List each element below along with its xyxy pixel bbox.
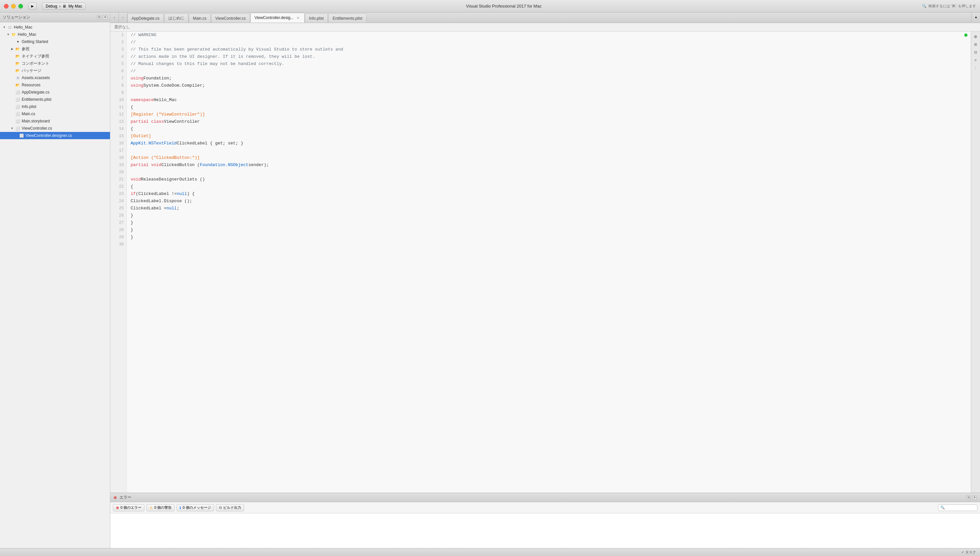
status-bar: ✓ タスク [0,548,980,556]
tab-viewcontroller-cs[interactable]: ViewController.cs [211,13,250,23]
bottom-resize-button[interactable]: ⊡ [966,495,971,500]
right-gutter-icon-3[interactable]: ⊟ [972,48,979,56]
search-bar[interactable]: 🔍 検索するには '⌘.' を押します [922,3,976,8]
code-line-7: using Foundation; [131,75,971,82]
tab-viewcontroller-designer[interactable]: ViewController.desig... ✕ [250,13,305,23]
tab-label: ViewController.cs [215,16,245,21]
tab-info-plist[interactable]: Info.plist [305,13,328,23]
play-button[interactable]: ▶ [28,3,37,10]
folder-icon: 📁 [11,32,16,37]
sidebar-resize-button[interactable]: ⊡ [97,15,102,20]
right-panel: ‹ › AppDelegate.cs はじめに Main.cs ViewCont… [110,13,980,556]
line-num-30: 30 [110,241,126,248]
sidebar-item-components[interactable]: 📂 コンポーネント [0,60,110,67]
sidebar-item-main-cs[interactable]: ⬜ Main.cs [0,110,110,118]
tab-appdelegate[interactable]: AppDelegate.cs [128,13,164,23]
bottom-panel: ⊗ エラー ⊡ ✕ ⊗ 0 個のエラー ⚠ 0 個の警告 ℹ 0 個の [110,493,980,556]
tab-entitlements-plist[interactable]: Entitlements.plist [328,13,366,23]
code-line-5: // Manual changes to this file may not b… [131,60,971,68]
sidebar-item-entitlements[interactable]: ⬜ Entitlements.plist [0,96,110,103]
build-btn-label: ビルド出力 [223,505,241,510]
sidebar-item-label: Main.cs [22,112,107,116]
sidebar-item-packages[interactable]: 📂 パッケージ [0,67,110,74]
plist-icon: ⬜ [15,105,20,109]
code-content[interactable]: // WARNING // // This file has been gene… [127,32,971,493]
sidebar-item-label: Hello_Mac [18,32,107,37]
sidebar-item-getting-started[interactable]: ✦ Getting Started [0,38,110,45]
selection-text: 選択なし [114,24,130,30]
right-gutter-icon-1[interactable]: ⊕ [972,33,979,40]
line-num-7: 7 [110,75,126,82]
build-icon: ⊟ [219,506,222,510]
cs-file-icon: ⬜ [15,90,20,95]
minimize-button[interactable] [11,4,16,8]
line-num-3: 3 [110,46,126,53]
sidebar-item-label: コンポーネント [22,61,107,66]
sidebar-item-references[interactable]: ▶ 📂 参照 [0,45,110,53]
tab-main-cs[interactable]: Main.cs [189,13,211,23]
sidebar-item-label: Hello_Mac [14,25,107,29]
close-button[interactable] [4,4,8,8]
tab-prev-button[interactable]: ‹ [110,13,119,23]
line-num-6: 6 [110,68,126,75]
error-filter-button[interactable]: ⊗ 0 個のエラー [113,504,144,511]
sidebar-item-hello-mac-solution[interactable]: ▼ □ Hello_Mac [0,24,110,31]
main-layout: ソリューション ⊡ ✕ ▼ □ Hello_Mac ▼ 📁 Hello_Mac … [0,13,980,556]
error-search-input[interactable]: 🔍 [938,504,977,511]
tab-close-button[interactable]: ✕ [296,15,300,20]
right-gutter-icon-2[interactable]: ⊞ [972,41,979,48]
search-icon: 🔍 [922,4,927,8]
sidebar-item-resources[interactable]: 📂 Resources [0,81,110,89]
sidebar-item-assets[interactable]: ⊞ Assets.xcassets [0,74,110,81]
line-num-8: 8 [110,82,126,89]
tab-label: ViewController.desig... [255,15,294,20]
warning-btn-label: 0 個の警告 [154,505,172,510]
line-num-2: 2 [110,39,126,46]
message-filter-button[interactable]: ℹ 0 個のメッセージ [177,504,214,511]
code-line-19: partial void ClickedButton (Foundation.N… [131,162,971,169]
sidebar-item-label: Main.storyboard [22,119,107,123]
debug-target-selector[interactable]: Debug › 🖥 My Mac [42,3,86,10]
editor-area: 1 2 3 4 5 6 7 8 9 10 11 12 13 14 15 16 1 [110,32,971,493]
code-line-18: [Action ("ClickedButton:")] [131,154,971,162]
target-icon: 🖥 [62,4,66,8]
right-gutter-icon-5[interactable]: ⋮ [972,64,979,71]
sidebar-item-label: ネイティブ参照 [22,53,107,59]
tab-next-button[interactable]: › [119,13,128,23]
tab-overflow-button[interactable]: ▾ [972,13,980,23]
sidebar-header: ソリューション ⊡ ✕ [0,13,110,22]
sidebar-item-main-storyboard[interactable]: ⬜ Main.storyboard [0,118,110,125]
task-status: ✓ タスク [961,550,976,555]
warning-filter-button[interactable]: ⚠ 0 個の警告 [146,504,174,511]
sidebar-item-info-plist[interactable]: ⬜ Info.plist [0,103,110,110]
line-num-27: 27 [110,219,126,226]
code-line-26: } [131,212,971,219]
sidebar-item-label: Getting Started [22,39,107,44]
code-line-30 [131,241,971,248]
status-indicator [964,34,967,37]
sidebar-item-hello-mac-project[interactable]: ▼ 📁 Hello_Mac [0,31,110,38]
line-num-18: 18 [110,154,126,162]
right-gutter-icon-4[interactable]: ≡ [972,57,979,64]
code-line-9 [131,89,971,97]
tab-hajimeni[interactable]: はじめに [164,13,188,23]
sidebar-item-native-refs[interactable]: 📂 ネイティブ参照 [0,53,110,60]
build-output-button[interactable]: ⊟ ビルド出力 [216,504,244,511]
folder-icon: 📂 [15,54,20,58]
chevron-icon: ▶ [11,47,14,50]
sidebar-item-viewcontroller-designer[interactable]: ⬜ ViewController.designer.cs [0,132,110,139]
sidebar-item-label: Assets.xcassets [22,76,107,80]
line-num-11: 11 [110,104,126,111]
cs-file-icon: ⬜ [15,126,20,131]
sidebar-close-button[interactable]: ✕ [103,15,107,20]
bottom-close-button[interactable]: ✕ [972,495,977,500]
sidebar-item-label: パッケージ [22,68,107,74]
code-line-1: // WARNING [131,32,971,39]
line-num-17: 17 [110,147,126,154]
traffic-lights [4,4,23,8]
sidebar-item-label: ViewController.cs [22,126,107,131]
line-num-20: 20 [110,169,126,176]
maximize-button[interactable] [18,4,23,8]
sidebar-item-appdelegate-cs[interactable]: ⬜ AppDelegate.cs [0,89,110,96]
sidebar-item-viewcontroller-cs[interactable]: ▼ ⬜ ViewController.cs [0,125,110,132]
